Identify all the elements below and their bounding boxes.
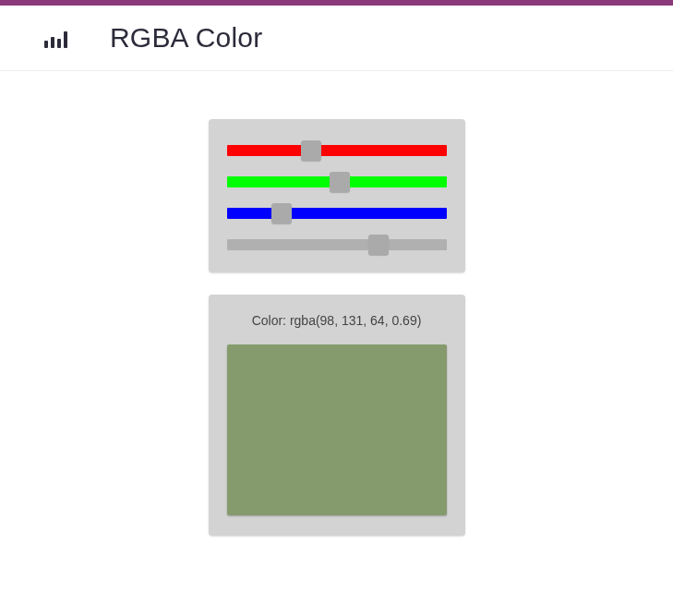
alpha-thumb[interactable] (368, 235, 389, 255)
red-thumb[interactable] (301, 140, 321, 161)
color-swatch (227, 344, 447, 515)
red-slider[interactable] (227, 145, 447, 156)
page-title: RGBA Color (110, 22, 262, 54)
red-track (227, 145, 447, 156)
header: RGBA Color (0, 6, 673, 71)
content: Color: rgba(98, 131, 64, 0.69) (0, 71, 673, 536)
swatch-panel: Color: rgba(98, 131, 64, 0.69) (209, 295, 465, 536)
color-label: Color: rgba(98, 131, 64, 0.69) (252, 313, 422, 328)
bars-icon (44, 28, 67, 48)
green-thumb[interactable] (330, 172, 350, 192)
green-slider[interactable] (227, 176, 447, 187)
slider-panel (209, 119, 465, 272)
blue-track (227, 208, 447, 219)
blue-thumb[interactable] (271, 203, 292, 223)
alpha-slider[interactable] (227, 239, 447, 250)
alpha-track (227, 239, 447, 250)
blue-slider[interactable] (227, 208, 447, 219)
